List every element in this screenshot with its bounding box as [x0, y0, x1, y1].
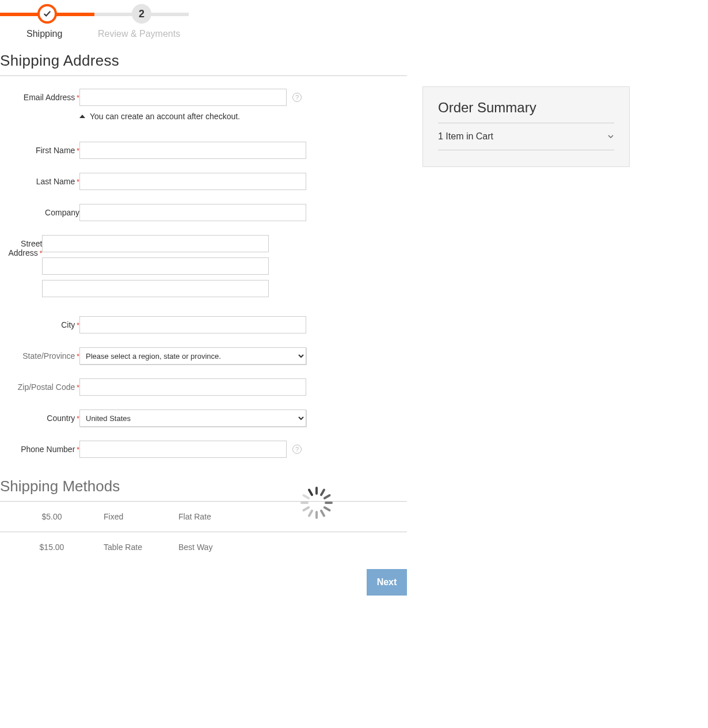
email-label: Email Address*: [0, 89, 79, 102]
company-field[interactable]: [79, 204, 306, 221]
help-icon[interactable]: ?: [292, 93, 302, 102]
phone-label: Phone Number*: [0, 441, 79, 454]
method-price: $5.00: [0, 512, 104, 521]
country-select[interactable]: United States: [79, 410, 306, 427]
street-field-1[interactable]: [42, 235, 269, 252]
city-field[interactable]: [79, 316, 306, 333]
street-label: Street Address*: [0, 235, 42, 257]
order-summary-title: Order Summary: [438, 100, 614, 123]
cart-items-toggle[interactable]: 1 Item in Cart: [438, 123, 614, 150]
method-price: $15.00: [0, 543, 104, 552]
shipping-method-row[interactable]: $15.00Table RateBest Way: [0, 532, 407, 562]
help-icon[interactable]: ?: [292, 445, 302, 454]
method-name: Best Way: [178, 543, 265, 552]
company-label: Company: [0, 204, 79, 217]
account-hint[interactable]: You can create an account after checkout…: [79, 112, 407, 121]
order-summary-panel: Order Summary 1 Item in Cart: [422, 86, 630, 167]
email-field[interactable]: [79, 89, 287, 106]
shipping-address-title: Shipping Address: [0, 46, 407, 76]
method-name: Flat Rate: [178, 512, 265, 521]
shipping-methods-title: Shipping Methods: [0, 472, 407, 502]
step-2-badge[interactable]: 2: [132, 4, 151, 24]
step-1-badge[interactable]: [37, 4, 57, 24]
method-type: Table Rate: [104, 543, 178, 552]
shipping-address-form: Email Address* ? You can create an accou…: [0, 76, 407, 458]
firstname-label: First Name*: [0, 142, 79, 155]
lastname-field[interactable]: [79, 173, 306, 190]
method-type: Fixed: [104, 512, 178, 521]
lastname-label: Last Name*: [0, 173, 79, 186]
account-hint-text: You can create an account after checkout…: [90, 112, 240, 121]
chevron-down-icon: [607, 133, 614, 140]
street-field-3[interactable]: [42, 280, 269, 297]
step-2-number: 2: [139, 8, 144, 20]
cart-count-text: 1 Item in Cart: [438, 131, 493, 142]
state-select[interactable]: Please select a region, state or provinc…: [79, 347, 306, 365]
state-label: State/Province*: [0, 347, 79, 361]
check-icon: [43, 10, 51, 18]
step-1-label: Shipping: [26, 29, 62, 39]
step-2-label: Review & Payments: [98, 29, 180, 39]
checkout-progress: 2 Shipping Review & Payments: [0, 0, 708, 46]
caret-up-icon: [79, 115, 85, 118]
street-field-2[interactable]: [42, 257, 269, 275]
loading-spinner: [300, 487, 333, 519]
city-label: City*: [0, 316, 79, 329]
zip-label: Zip/Postal Code*: [0, 378, 79, 392]
phone-field[interactable]: [79, 441, 287, 458]
firstname-field[interactable]: [79, 142, 306, 159]
country-label: Country*: [0, 410, 79, 423]
shipping-method-row[interactable]: $5.00FixedFlat Rate: [0, 502, 407, 532]
next-button[interactable]: Next: [367, 569, 407, 596]
zip-field[interactable]: [79, 378, 306, 396]
